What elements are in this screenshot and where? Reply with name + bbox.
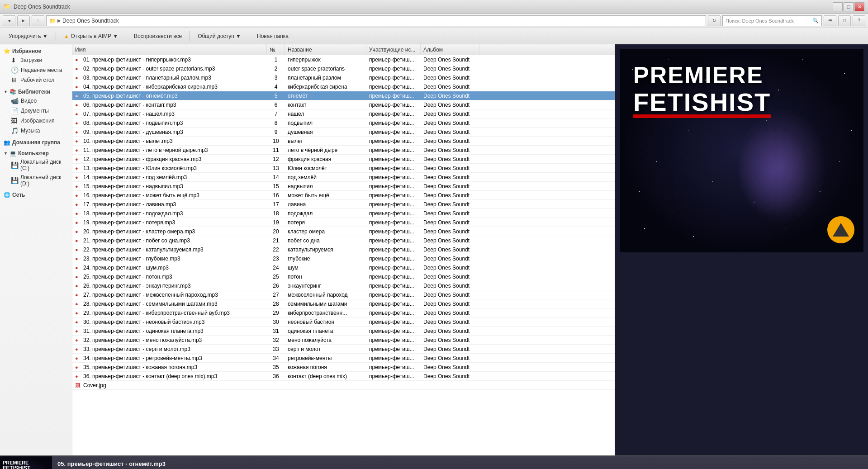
sidebar-item-images[interactable]: 🖼 Изображения xyxy=(7,116,72,126)
table-row[interactable]: ●33. премьер-фетишист - серп и молот.mp3… xyxy=(72,345,615,354)
table-row[interactable]: ●01. премьер-фетишист - гиперпрыжок.mp31… xyxy=(72,55,615,64)
file-cell-title: катапультируемся xyxy=(285,245,366,254)
sidebar-item-local-c[interactable]: 💾 Локальный диск (C:) xyxy=(7,157,72,173)
aimp-triangle-icon xyxy=(833,223,849,237)
file-cell-num: 14 xyxy=(267,173,285,181)
table-row[interactable]: ●26. премьер-фетишист - энкаунтеринг.mp3… xyxy=(72,281,615,290)
col-header-artist[interactable]: Участвующие ис... xyxy=(366,44,421,55)
table-row[interactable]: ●29. премьер-фетишист - киберпространств… xyxy=(72,308,615,317)
file-cell-artist: премьер-фетиш... xyxy=(366,209,421,218)
minimize-button[interactable]: ─ xyxy=(833,2,843,11)
table-row[interactable]: ●31. премьер-фетишист - одинокая планета… xyxy=(72,327,615,336)
sidebar-favorites-header[interactable]: ⭐ Избранное xyxy=(0,46,72,55)
view-toggle[interactable]: ☰ xyxy=(824,15,836,26)
table-row[interactable]: ●14. премьер-фетишист - под землёй.mp314… xyxy=(72,173,615,182)
file-name-text: 17. премьер-фетишист - лавина.mp3 xyxy=(83,201,176,208)
file-cell-title: душевная xyxy=(285,128,366,136)
sidebar-libraries-header[interactable]: ▼ 📚 Библиотеки xyxy=(0,87,72,96)
col-header-name[interactable]: Имя xyxy=(72,44,267,55)
table-row[interactable]: ●35. премьер-фетишист - кожаная погоня.m… xyxy=(72,363,615,372)
new-folder-button[interactable]: Новая папка xyxy=(252,30,294,43)
table-row[interactable]: ●19. премьер-фетишист - потеря.mp319поте… xyxy=(72,218,615,227)
file-cell-artist: премьер-фетиш... xyxy=(366,73,421,82)
maximize-button[interactable]: □ xyxy=(844,2,854,11)
file-cell-num: 13 xyxy=(267,164,285,172)
sidebar-item-music[interactable]: 🎵 Музыка xyxy=(7,126,72,136)
table-row[interactable]: ●09. премьер-фетишист - душевная.mp39душ… xyxy=(72,128,615,137)
sidebar-item-documents[interactable]: 📄 Документы xyxy=(7,106,72,116)
address-box[interactable]: 📁 ▶ Deep Ones Soundtrack xyxy=(46,15,706,26)
mp3-icon: ● xyxy=(75,66,81,71)
table-row[interactable]: ●04. премьер-фетишист - киберкарибская с… xyxy=(72,82,615,91)
up-button[interactable]: ↑ xyxy=(32,15,44,26)
table-row[interactable]: ●16. премьер-фетишист - может быть ещё.m… xyxy=(72,191,615,200)
fetishist-block: FETISHIST xyxy=(633,88,771,117)
preview-toggle[interactable]: □ xyxy=(838,15,851,26)
col-header-title[interactable]: Название xyxy=(285,44,366,55)
table-row[interactable]: ●24. премьер-фетишист - шум.mp324шумпрем… xyxy=(72,263,615,272)
table-row[interactable]: ●06. премьер-фетишист - контакт.mp36конт… xyxy=(72,100,615,109)
col-header-num[interactable]: № xyxy=(267,44,285,55)
table-row[interactable]: ●12. премьер-фетишист - фракция красная.… xyxy=(72,155,615,164)
sidebar-network-header[interactable]: 🌐 Сеть xyxy=(0,190,72,199)
star-decoration xyxy=(834,216,835,216)
share-button[interactable]: Общий доступ ▼ xyxy=(193,30,246,43)
table-row[interactable]: ●25. премьер-фетишист - потон.mp325потон… xyxy=(72,272,615,281)
sidebar-item-recent[interactable]: 🕐 Недавние места xyxy=(7,65,72,75)
table-row[interactable]: ●36. премьер-фетишист - контакт (deep on… xyxy=(72,372,615,381)
file-name-text: 20. премьер-фетишист - кластер омера.mp3 xyxy=(83,228,195,235)
table-row[interactable]: ●21. премьер-фетишист - побег со дна.mp3… xyxy=(72,236,615,245)
help-button[interactable]: ? xyxy=(853,15,865,26)
table-row[interactable]: ●30. премьер-фетишист - неоновый бастион… xyxy=(72,317,615,327)
sidebar-item-local-d[interactable]: 💾 Локальный диск (D:) xyxy=(7,173,72,188)
file-cell-album: Deep Ones Soundt xyxy=(421,263,479,272)
sidebar-homegroup-header[interactable]: 👥 Домашняя группа xyxy=(0,137,72,147)
table-row[interactable]: ●08. премьер-фетишист - подвыпил.mp38под… xyxy=(72,118,615,128)
table-row[interactable]: ●10. премьер-фетишист - вылет.mp310вылет… xyxy=(72,137,615,146)
file-cell-album: Deep Ones Soundt xyxy=(421,327,479,335)
table-row[interactable]: ●15. премьер-фетишист - надвыпил.mp315на… xyxy=(72,182,615,191)
table-row[interactable]: ●27. премьер-фетишист - межвселенный пар… xyxy=(72,290,615,299)
file-cell-artist: премьер-фетиш... xyxy=(366,327,421,335)
table-row[interactable]: 🖼Cover.jpg xyxy=(72,381,615,390)
table-row[interactable]: ●11. премьер-фетишист - лето в чёрной ды… xyxy=(72,146,615,155)
table-row[interactable]: ●05. премьер-фетишист - огнемёт.mp35огне… xyxy=(72,91,615,100)
refresh-button[interactable]: ↻ xyxy=(708,15,721,26)
file-cell-album: Deep Ones Soundt xyxy=(421,118,479,127)
main-content: ⭐ Избранное ⬇ Загрузки 🕐 Недавние места … xyxy=(0,44,868,455)
mp3-icon: ● xyxy=(75,175,81,180)
file-list[interactable]: ●01. премьер-фетишист - гиперпрыжок.mp31… xyxy=(72,55,615,455)
search-box[interactable]: Поиск: Deep Ones Soundtrack 🔍 xyxy=(722,15,822,26)
close-button[interactable]: ✕ xyxy=(854,2,864,11)
sidebar-computer-header[interactable]: ▼ 💻 Компьютер xyxy=(0,148,72,157)
sidebar-item-downloads[interactable]: ⬇ Загрузки xyxy=(7,55,72,65)
table-row[interactable]: ●17. премьер-фетишист - лавина.mp317лави… xyxy=(72,200,615,209)
back-button[interactable]: ◄ xyxy=(3,15,15,26)
table-row[interactable]: ●13. премьер-фетишист - Юлин космолёт.mp… xyxy=(72,164,615,173)
table-row[interactable]: ●07. премьер-фетишист - нашёл.mp37нашёлп… xyxy=(72,109,615,118)
table-row[interactable]: ●02. премьер-фетишист - outer space prae… xyxy=(72,64,615,73)
table-row[interactable]: ●23. премьер-фетишист - глубокие.mp323гл… xyxy=(72,254,615,263)
table-row[interactable]: ●34. премьер-фетишист - ретровейв-менты.… xyxy=(72,354,615,363)
table-row[interactable]: ●28. премьер-фетишист - семимильными шаг… xyxy=(72,299,615,308)
mp3-icon: ● xyxy=(75,283,81,289)
file-name-text: 08. премьер-фетишист - подвыпил.mp3 xyxy=(83,120,183,126)
file-cell-title: может быть ещё xyxy=(285,191,366,199)
file-cell-artist: премьер-фетиш... xyxy=(366,155,421,163)
sort-button[interactable]: Упорядочить ▼ xyxy=(4,30,53,43)
address-text: Deep Ones Soundtrack xyxy=(62,18,119,24)
file-cell-album: Deep Ones Soundt xyxy=(421,73,479,82)
table-row[interactable]: ●22. премьер-фетишист - катапультируемся… xyxy=(72,245,615,254)
file-cell-album: Deep Ones Soundt xyxy=(421,164,479,172)
col-header-album[interactable]: Альбом xyxy=(421,44,479,55)
table-row[interactable]: ●32. премьер-фетишист - мено пожалуйста.… xyxy=(72,336,615,345)
sidebar-item-desktop[interactable]: 🖥 Рабочий стол xyxy=(7,75,72,85)
open-aimp-button[interactable]: ▲ Открыть в AIMP ▼ xyxy=(59,30,123,43)
table-row[interactable]: ●18. премьер-фетишист - подождал.mp318по… xyxy=(72,209,615,218)
table-row[interactable]: ●03. премьер-фетишист - планетарный разл… xyxy=(72,73,615,82)
file-cell-num: 11 xyxy=(267,146,285,154)
forward-button[interactable]: ► xyxy=(17,15,30,26)
table-row[interactable]: ●20. премьер-фетишист - кластер омера.mp… xyxy=(72,227,615,236)
play-all-button[interactable]: Воспроизвести все xyxy=(129,30,187,43)
sidebar-item-video[interactable]: 📹 Видео xyxy=(7,96,72,106)
